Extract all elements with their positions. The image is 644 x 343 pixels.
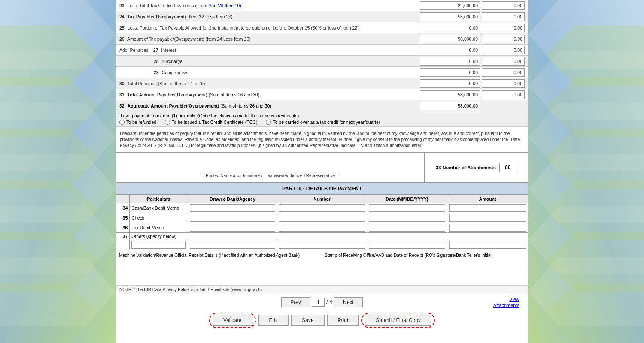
number-37[interactable] bbox=[279, 241, 365, 249]
num-37: 37 bbox=[116, 233, 130, 240]
particulars-35: Check bbox=[130, 213, 188, 223]
row-26-label: 26 Amount of Tax payable/(Overpayment) (… bbox=[119, 36, 420, 42]
date-34[interactable] bbox=[369, 204, 446, 212]
row-30-col1[interactable] bbox=[420, 79, 480, 88]
row-31-label: 31 Total Amount Payable/(Overpayment) (S… bbox=[119, 92, 420, 97]
row-28: 28 Surcharge bbox=[116, 56, 528, 67]
row-31-col2[interactable] bbox=[482, 90, 525, 99]
row-29-col2[interactable] bbox=[482, 68, 525, 77]
declaration-box: I declare under the penalties of perjury… bbox=[116, 127, 528, 153]
row-27-col1[interactable] bbox=[420, 46, 480, 54]
action-bar: Validate Edit Save Print Submit / Final … bbox=[116, 310, 528, 331]
part3-header-row: Particulars Drawee Bank/Agency Number Da… bbox=[116, 195, 528, 203]
part3-header: PART III - DETAILS OF PAYMENT bbox=[116, 183, 528, 195]
row-32-label: 32 Aggregate Amount Payable/(Overpayment… bbox=[119, 103, 420, 108]
others-specify[interactable] bbox=[131, 241, 186, 249]
overpayment-options: To be refunded To be issued a Tax Credit… bbox=[119, 120, 525, 125]
signature-line[interactable] bbox=[202, 172, 339, 172]
prev-button[interactable]: Prev bbox=[281, 297, 310, 307]
drawee-35[interactable] bbox=[190, 214, 275, 222]
row-29: 29 Compromise bbox=[116, 67, 528, 78]
row-25: 25 Less: Portion of Tax Payable Allowed … bbox=[116, 22, 528, 33]
date-37[interactable] bbox=[369, 241, 446, 249]
row-26-col1[interactable] bbox=[420, 35, 480, 43]
number-36[interactable] bbox=[279, 224, 365, 232]
attachments-num-label: 33 Number of Attachments bbox=[436, 165, 496, 170]
row-28-col2[interactable] bbox=[482, 57, 525, 66]
current-page-input[interactable] bbox=[312, 298, 325, 307]
part3-row-37: 37 Others (specify below) bbox=[116, 233, 528, 240]
row-24-label: 24 Tax Payable/(Overpayment) (Item 22 Le… bbox=[119, 14, 420, 19]
row-25-col2[interactable] bbox=[482, 24, 525, 32]
number-35[interactable] bbox=[279, 214, 365, 222]
row-28-inputs bbox=[420, 57, 525, 66]
part3-table: Particulars Drawee Bank/Agency Number Da… bbox=[116, 195, 528, 250]
radio-carry-over[interactable]: To be carried over as a tax credit for n… bbox=[266, 120, 380, 125]
edit-button[interactable]: Edit bbox=[258, 315, 289, 326]
page-info: / 4 bbox=[312, 298, 332, 307]
radio-refunded[interactable]: To be refunded bbox=[119, 120, 156, 125]
row-24: 24 Tax Payable/(Overpayment) (Item 22 Le… bbox=[116, 11, 528, 22]
row-26: 26 Amount of Tax payable/(Overpayment) (… bbox=[116, 33, 528, 45]
mv-left: Machine Validation/Revenue Official Rece… bbox=[116, 250, 322, 285]
main-content: 23 Less: Total Tax Credits/Payments (Fro… bbox=[116, 0, 528, 343]
radio-tcc-circle[interactable] bbox=[165, 120, 170, 125]
radio-carry-over-circle[interactable] bbox=[266, 120, 271, 125]
radio-tcc[interactable]: To be issued a Tax Credit Certificate (T… bbox=[165, 120, 257, 125]
row-23-label: 23 Less: Total Tax Credits/Payments (Fro… bbox=[119, 3, 420, 8]
attachments-count[interactable] bbox=[499, 163, 516, 172]
row-26-col2[interactable] bbox=[482, 35, 525, 43]
sig-left: Printed Name and Signature of Taxpayer/A… bbox=[116, 153, 425, 182]
row-25-label: 25 Less: Portion of Tax Payable Allowed … bbox=[119, 25, 420, 30]
page-separator: / bbox=[326, 299, 328, 305]
note-row: NOTE: *The BIR Data Privacy Policy is in… bbox=[116, 285, 528, 294]
drawee-36[interactable] bbox=[190, 224, 275, 232]
row-28-label: 28 Surcharge bbox=[119, 59, 420, 64]
part3-row-35: 35 Check bbox=[116, 213, 528, 223]
radio-refunded-circle[interactable] bbox=[119, 120, 125, 125]
signature-section: Printed Name and Signature of Taxpayer/A… bbox=[116, 153, 528, 183]
row-32-value[interactable] bbox=[420, 102, 480, 110]
row-30: 30 Total Penalties (Sum of Items 27 to 2… bbox=[116, 78, 528, 89]
number-34[interactable] bbox=[279, 204, 365, 212]
validate-button[interactable]: Validate bbox=[213, 315, 252, 326]
row-27-col2[interactable] bbox=[482, 46, 525, 54]
submit-button[interactable]: Submit / Final Copy bbox=[365, 315, 431, 326]
part3-row-37-input bbox=[116, 240, 528, 250]
next-button[interactable]: Next bbox=[334, 297, 363, 307]
particulars-37: Others (specify below) bbox=[130, 233, 188, 240]
row-24-col2[interactable] bbox=[482, 12, 525, 21]
row-28-col1[interactable] bbox=[420, 57, 480, 66]
date-35[interactable] bbox=[369, 214, 446, 222]
view-attachments-link[interactable]: ViewAttachments bbox=[493, 296, 519, 309]
particulars-36: Tax Debit Memo bbox=[130, 223, 188, 233]
date-36[interactable] bbox=[369, 224, 446, 232]
row-26-inputs bbox=[420, 35, 525, 43]
drawee-37[interactable] bbox=[190, 241, 275, 249]
amount-36[interactable] bbox=[449, 224, 526, 232]
row-31-col1[interactable] bbox=[420, 90, 480, 99]
col-drawee: Drawee Bank/Agency bbox=[188, 195, 277, 203]
row-23-col1[interactable] bbox=[420, 1, 480, 10]
drawee-34[interactable] bbox=[190, 204, 275, 212]
sig-label: Printed Name and Signature of Taxpayer/A… bbox=[206, 173, 335, 178]
row-25-col1[interactable] bbox=[420, 24, 480, 32]
row-29-col1[interactable] bbox=[420, 68, 480, 77]
row-31-inputs bbox=[420, 90, 525, 99]
col-particulars: Particulars bbox=[130, 195, 188, 203]
save-button[interactable]: Save bbox=[291, 315, 324, 326]
amount-35[interactable] bbox=[449, 214, 526, 222]
row-23-col2[interactable] bbox=[482, 1, 525, 10]
amount-37[interactable] bbox=[449, 241, 526, 249]
row-23: 23 Less: Total Tax Credits/Payments (Fro… bbox=[116, 0, 528, 11]
validate-oval: Validate bbox=[209, 313, 255, 328]
amount-34[interactable] bbox=[449, 204, 526, 212]
num-34: 34 bbox=[116, 203, 130, 213]
particulars-34: Cash/Bank Debit Memo bbox=[130, 203, 188, 213]
row-24-inputs bbox=[420, 12, 525, 21]
overpayment-section: If overpayment, mark one (1) box only. (… bbox=[116, 111, 528, 127]
row-30-col2[interactable] bbox=[482, 79, 525, 88]
row-24-col1[interactable] bbox=[420, 12, 480, 21]
part7-link[interactable]: (From Part VII Item 10) bbox=[195, 3, 241, 8]
print-button[interactable]: Print bbox=[327, 315, 359, 326]
